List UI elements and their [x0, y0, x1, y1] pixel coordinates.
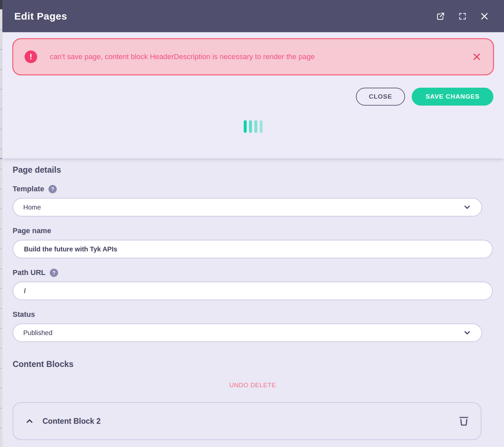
- chevron-down-icon: [463, 328, 471, 337]
- error-icon: !: [25, 50, 37, 63]
- status-label: Status: [13, 310, 35, 319]
- status-select-value: Published: [23, 329, 463, 337]
- spinner-bar: [244, 120, 247, 133]
- error-alert-message: can't save page, content block HeaderDes…: [50, 52, 472, 61]
- alert-close-icon[interactable]: [472, 52, 482, 62]
- spinner-bar: [249, 120, 252, 133]
- template-label: Template: [13, 185, 44, 193]
- page-details-panel: Page details Template ? Home Page name P…: [2, 158, 504, 447]
- modal-header: Edit Pages: [2, 0, 504, 32]
- close-button[interactable]: CLOSE: [356, 88, 405, 106]
- path-url-input[interactable]: [13, 282, 493, 300]
- chevron-down-icon: [463, 203, 471, 212]
- status-label-row: Status: [13, 310, 493, 319]
- status-select[interactable]: Published: [13, 323, 482, 342]
- template-select-value: Home: [23, 204, 463, 211]
- chevron-up-icon[interactable]: [25, 416, 35, 426]
- path-url-label: Path URL: [13, 268, 45, 277]
- edit-pages-modal: Edit Pages ! can't save page, content bl…: [2, 0, 504, 447]
- background-page-edge: [0, 0, 2, 447]
- trash-icon[interactable]: [458, 415, 469, 427]
- path-url-label-row: Path URL ?: [13, 268, 493, 277]
- fullscreen-icon[interactable]: [458, 11, 467, 21]
- spinner-bar: [260, 120, 263, 133]
- page-details-heading: Page details: [13, 165, 493, 175]
- background-page-divider-sliver: [0, 158, 2, 159]
- help-icon[interactable]: ?: [50, 269, 58, 277]
- loading-spinner: [12, 120, 494, 133]
- spinner-bar: [254, 120, 257, 133]
- content-blocks-heading: Content Blocks: [13, 359, 493, 369]
- page-name-label: Page name: [13, 226, 51, 235]
- content-block-item: Content Block 2: [13, 402, 481, 440]
- undo-delete-link[interactable]: UNDO DELETE: [13, 382, 493, 389]
- error-alert: ! can't save page, content block HeaderD…: [12, 38, 494, 75]
- page-name-label-row: Page name: [13, 226, 493, 235]
- close-icon[interactable]: [479, 11, 489, 21]
- template-label-row: Template ?: [13, 185, 493, 193]
- modal-title: Edit Pages: [14, 11, 424, 22]
- help-icon[interactable]: ?: [48, 185, 57, 193]
- page-name-input[interactable]: [13, 240, 493, 258]
- content-block-title: Content Block 2: [42, 417, 458, 426]
- action-buttons-row: CLOSE SAVE CHANGES: [12, 88, 494, 106]
- open-in-new-icon[interactable]: [436, 11, 446, 21]
- save-changes-button[interactable]: SAVE CHANGES: [412, 88, 493, 106]
- template-select[interactable]: Home: [13, 198, 482, 217]
- background-page-header-sliver: [0, 0, 2, 9]
- modal-action-panel: ! can't save page, content block HeaderD…: [2, 32, 504, 158]
